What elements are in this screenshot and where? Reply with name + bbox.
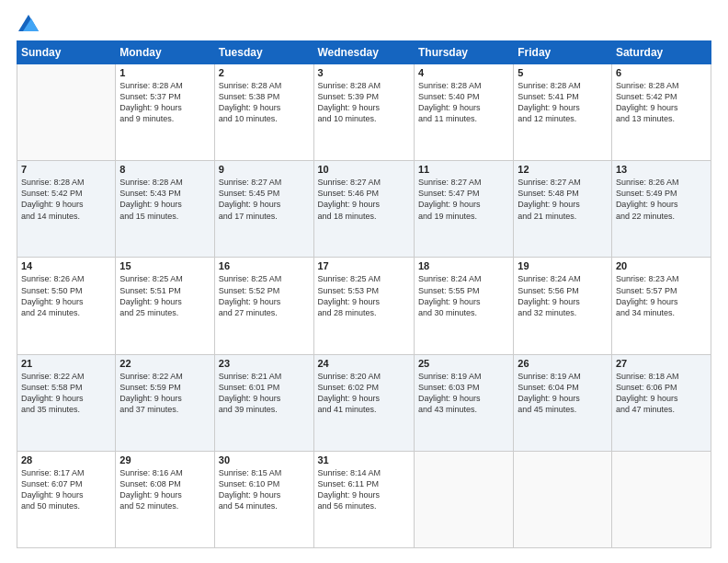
- calendar-cell: 30Sunrise: 8:15 AM Sunset: 6:10 PM Dayli…: [214, 451, 313, 547]
- day-info: Sunrise: 8:16 AM Sunset: 6:08 PM Dayligh…: [119, 467, 210, 512]
- calendar-cell: 29Sunrise: 8:16 AM Sunset: 6:08 PM Dayli…: [116, 451, 214, 547]
- day-info: Sunrise: 8:28 AM Sunset: 5:39 PM Dayligh…: [318, 80, 410, 125]
- day-number: 30: [219, 454, 310, 465]
- calendar-cell: 16Sunrise: 8:25 AM Sunset: 5:52 PM Dayli…: [214, 258, 313, 354]
- day-number: 3: [318, 67, 410, 78]
- day-info: Sunrise: 8:28 AM Sunset: 5:42 PM Dayligh…: [21, 177, 111, 222]
- calendar-cell: 7Sunrise: 8:28 AM Sunset: 5:42 PM Daylig…: [17, 161, 116, 258]
- day-number: 16: [219, 260, 310, 271]
- day-info: Sunrise: 8:28 AM Sunset: 5:43 PM Dayligh…: [119, 177, 210, 222]
- calendar-cell: 21Sunrise: 8:22 AM Sunset: 5:58 PM Dayli…: [17, 354, 116, 451]
- logo-icon: [18, 15, 39, 31]
- day-info: Sunrise: 8:26 AM Sunset: 5:49 PM Dayligh…: [616, 177, 707, 222]
- week-row-4: 28Sunrise: 8:17 AM Sunset: 6:07 PM Dayli…: [17, 451, 711, 547]
- day-info: Sunrise: 8:25 AM Sunset: 5:51 PM Dayligh…: [119, 273, 210, 318]
- day-header-saturday: Saturday: [611, 41, 711, 64]
- calendar-cell: 15Sunrise: 8:25 AM Sunset: 5:51 PM Dayli…: [116, 258, 214, 354]
- day-info: Sunrise: 8:27 AM Sunset: 5:46 PM Dayligh…: [318, 177, 410, 222]
- day-number: 24: [318, 358, 410, 369]
- calendar-cell: 28Sunrise: 8:17 AM Sunset: 6:07 PM Dayli…: [17, 451, 116, 547]
- calendar-cell: 14Sunrise: 8:26 AM Sunset: 5:50 PM Dayli…: [17, 258, 116, 354]
- day-number: 26: [518, 358, 608, 369]
- calendar-cell: 13Sunrise: 8:26 AM Sunset: 5:49 PM Dayli…: [611, 161, 711, 258]
- day-info: Sunrise: 8:15 AM Sunset: 6:10 PM Dayligh…: [219, 467, 310, 512]
- header: [17, 15, 711, 31]
- day-header-tuesday: Tuesday: [214, 41, 313, 64]
- day-info: Sunrise: 8:24 AM Sunset: 5:55 PM Dayligh…: [418, 273, 509, 318]
- day-number: 8: [119, 164, 210, 175]
- day-number: 2: [219, 67, 310, 78]
- day-header-wednesday: Wednesday: [313, 41, 414, 64]
- day-info: Sunrise: 8:27 AM Sunset: 5:48 PM Dayligh…: [518, 177, 608, 222]
- day-info: Sunrise: 8:22 AM Sunset: 5:58 PM Dayligh…: [21, 371, 111, 416]
- day-info: Sunrise: 8:28 AM Sunset: 5:41 PM Dayligh…: [518, 80, 608, 125]
- calendar-cell: 12Sunrise: 8:27 AM Sunset: 5:48 PM Dayli…: [514, 161, 612, 258]
- day-header-thursday: Thursday: [414, 41, 513, 64]
- day-number: 4: [418, 67, 509, 78]
- week-row-3: 21Sunrise: 8:22 AM Sunset: 5:58 PM Dayli…: [17, 354, 711, 451]
- calendar-cell: 26Sunrise: 8:19 AM Sunset: 6:04 PM Dayli…: [514, 354, 612, 451]
- calendar-cell: 3Sunrise: 8:28 AM Sunset: 5:39 PM Daylig…: [313, 64, 414, 161]
- day-info: Sunrise: 8:28 AM Sunset: 5:38 PM Dayligh…: [219, 80, 310, 125]
- calendar-cell: 4Sunrise: 8:28 AM Sunset: 5:40 PM Daylig…: [414, 64, 513, 161]
- day-info: Sunrise: 8:28 AM Sunset: 5:40 PM Dayligh…: [418, 80, 509, 125]
- day-number: 28: [21, 454, 111, 465]
- day-number: 25: [418, 358, 509, 369]
- calendar-cell: 1Sunrise: 8:28 AM Sunset: 5:37 PM Daylig…: [116, 64, 214, 161]
- week-row-0: 1Sunrise: 8:28 AM Sunset: 5:37 PM Daylig…: [17, 64, 711, 161]
- day-number: 10: [318, 164, 410, 175]
- day-number: 23: [219, 358, 310, 369]
- calendar-cell: 5Sunrise: 8:28 AM Sunset: 5:41 PM Daylig…: [514, 64, 612, 161]
- day-number: 1: [119, 67, 210, 78]
- calendar-cell: 19Sunrise: 8:24 AM Sunset: 5:56 PM Dayli…: [514, 258, 612, 354]
- day-number: 11: [418, 164, 509, 175]
- day-info: Sunrise: 8:26 AM Sunset: 5:50 PM Dayligh…: [21, 273, 111, 318]
- calendar-cell: [414, 451, 513, 547]
- day-number: 18: [418, 260, 509, 271]
- day-info: Sunrise: 8:18 AM Sunset: 6:06 PM Dayligh…: [616, 371, 707, 416]
- day-number: 21: [21, 358, 111, 369]
- page: SundayMondayTuesdayWednesdayThursdayFrid…: [0, 0, 728, 563]
- day-info: Sunrise: 8:25 AM Sunset: 5:52 PM Dayligh…: [219, 273, 310, 318]
- day-info: Sunrise: 8:20 AM Sunset: 6:02 PM Dayligh…: [318, 371, 410, 416]
- calendar-cell: 27Sunrise: 8:18 AM Sunset: 6:06 PM Dayli…: [611, 354, 711, 451]
- calendar-cell: [514, 451, 612, 547]
- day-number: 13: [616, 164, 707, 175]
- day-info: Sunrise: 8:19 AM Sunset: 6:03 PM Dayligh…: [418, 371, 509, 416]
- calendar-cell: 20Sunrise: 8:23 AM Sunset: 5:57 PM Dayli…: [611, 258, 711, 354]
- calendar-cell: 9Sunrise: 8:27 AM Sunset: 5:45 PM Daylig…: [214, 161, 313, 258]
- day-info: Sunrise: 8:22 AM Sunset: 5:59 PM Dayligh…: [119, 371, 210, 416]
- calendar-cell: 25Sunrise: 8:19 AM Sunset: 6:03 PM Dayli…: [414, 354, 513, 451]
- day-number: 29: [119, 454, 210, 465]
- day-info: Sunrise: 8:23 AM Sunset: 5:57 PM Dayligh…: [616, 273, 707, 318]
- day-number: 12: [518, 164, 608, 175]
- day-number: 19: [518, 260, 608, 271]
- calendar-cell: 17Sunrise: 8:25 AM Sunset: 5:53 PM Dayli…: [313, 258, 414, 354]
- calendar-cell: 11Sunrise: 8:27 AM Sunset: 5:47 PM Dayli…: [414, 161, 513, 258]
- calendar-cell: 10Sunrise: 8:27 AM Sunset: 5:46 PM Dayli…: [313, 161, 414, 258]
- day-header-friday: Friday: [514, 41, 612, 64]
- calendar-cell: 8Sunrise: 8:28 AM Sunset: 5:43 PM Daylig…: [116, 161, 214, 258]
- day-number: 14: [21, 260, 111, 271]
- day-number: 5: [518, 67, 608, 78]
- day-number: 27: [616, 358, 707, 369]
- calendar-cell: 18Sunrise: 8:24 AM Sunset: 5:55 PM Dayli…: [414, 258, 513, 354]
- day-info: Sunrise: 8:27 AM Sunset: 5:45 PM Dayligh…: [219, 177, 310, 222]
- day-info: Sunrise: 8:21 AM Sunset: 6:01 PM Dayligh…: [219, 371, 310, 416]
- day-number: 9: [219, 164, 310, 175]
- day-number: 20: [616, 260, 707, 271]
- day-number: 7: [21, 164, 111, 175]
- day-number: 6: [616, 67, 707, 78]
- calendar-cell: 6Sunrise: 8:28 AM Sunset: 5:42 PM Daylig…: [611, 64, 711, 161]
- logo: [17, 15, 40, 31]
- day-number: 15: [119, 260, 210, 271]
- day-info: Sunrise: 8:25 AM Sunset: 5:53 PM Dayligh…: [318, 273, 410, 318]
- day-number: 31: [318, 454, 410, 465]
- day-info: Sunrise: 8:17 AM Sunset: 6:07 PM Dayligh…: [21, 467, 111, 512]
- day-header-monday: Monday: [116, 41, 214, 64]
- calendar-cell: [17, 64, 116, 161]
- calendar-cell: 22Sunrise: 8:22 AM Sunset: 5:59 PM Dayli…: [116, 354, 214, 451]
- calendar-cell: [611, 451, 711, 547]
- day-info: Sunrise: 8:28 AM Sunset: 5:42 PM Dayligh…: [616, 80, 707, 125]
- calendar-cell: 23Sunrise: 8:21 AM Sunset: 6:01 PM Dayli…: [214, 354, 313, 451]
